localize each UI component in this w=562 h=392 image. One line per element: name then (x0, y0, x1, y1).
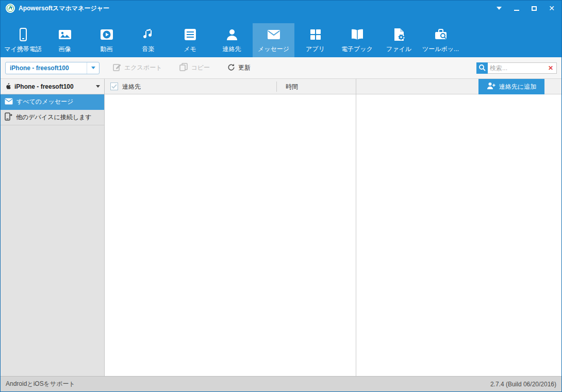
sidebar-device-selector[interactable]: iPhone - freesoft100 (1, 79, 104, 94)
add-to-contacts-button[interactable]: 連絡先に追加 (478, 79, 544, 94)
chevron-down-icon (96, 85, 100, 88)
music-icon (142, 27, 155, 42)
tab-my-phone[interactable]: マイ携帯電話 (2, 23, 44, 57)
tab-notes[interactable]: メモ (169, 23, 211, 57)
tab-images[interactable]: 画像 (44, 23, 86, 57)
column-header-time: 時間 (286, 83, 298, 91)
main-area: 連絡先 時間 連絡先に追加 (105, 79, 561, 376)
detail-header: 連絡先に追加 (356, 79, 561, 94)
sidebar-item-connect-device[interactable]: 他のデバイスに接続します (1, 110, 104, 125)
export-icon (113, 63, 121, 73)
tab-label: ファイル (386, 45, 411, 54)
tab-files[interactable]: ファイル (378, 23, 420, 57)
column-header-contact: 連絡先 (122, 83, 141, 91)
content: iPhone - freesoft100 すべてのメッセージ 他のデバイスに接続… (1, 79, 561, 376)
refresh-label: 更新 (238, 63, 251, 72)
ebook-icon (351, 27, 364, 42)
search-input[interactable] (488, 64, 545, 72)
export-label: エクスポート (124, 63, 162, 72)
tab-messages[interactable]: メッセージ (253, 23, 294, 57)
copy-icon (179, 63, 188, 73)
tab-label: アプリ (306, 45, 325, 54)
message-list-pane: 連絡先 時間 (105, 79, 356, 376)
tab-label: 画像 (59, 45, 71, 54)
app-logo-icon (6, 4, 15, 13)
export-button[interactable]: エクスポート (113, 63, 162, 73)
refresh-icon (227, 63, 235, 73)
sidebar-item-label: すべてのメッセージ (16, 97, 73, 106)
video-icon (100, 27, 113, 42)
tab-label: 電子ブック (341, 45, 373, 54)
tab-music[interactable]: 音楽 (127, 23, 169, 57)
sidebar-device-label: iPhone - freesoft100 (14, 83, 74, 90)
titlebar: Apowersoftスマホマネージャー ✕ (1, 1, 561, 16)
image-icon (58, 27, 72, 42)
copy-button[interactable]: コピー (179, 63, 210, 73)
refresh-button[interactable]: 更新 (227, 63, 251, 73)
statusbar-version-text: 2.7.4 (Build 06/20/2016) (490, 381, 556, 388)
connect-device-icon (5, 112, 12, 122)
phone-icon (16, 27, 30, 42)
sidebar-item-label: 他のデバイスに接続します (16, 113, 92, 122)
select-all-checkbox[interactable] (110, 83, 118, 90)
apple-icon (5, 83, 11, 90)
add-contact-icon (487, 82, 495, 91)
files-icon (392, 27, 406, 42)
sidebar: iPhone - freesoft100 すべてのメッセージ 他のデバイスに接続… (1, 79, 105, 376)
tab-label: 連絡先 (223, 45, 241, 54)
search-icon (478, 64, 486, 73)
clear-search-button[interactable]: ✕ (545, 64, 556, 72)
maximize-icon (532, 6, 537, 11)
tab-label: ツールボッ... (422, 45, 459, 54)
tab-contacts[interactable]: 連絡先 (211, 23, 253, 57)
tab-ebooks[interactable]: 電子ブック (336, 23, 378, 57)
tab-label: 音楽 (142, 45, 155, 54)
search-box: ✕ (476, 62, 557, 74)
notes-icon (184, 27, 197, 42)
chevron-down-icon (87, 62, 99, 74)
minimize-button[interactable] (512, 4, 521, 13)
main-nav: マイ携帯電話 画像 動画 音楽 メモ (1, 16, 561, 57)
tab-apps[interactable]: アプリ (294, 23, 336, 57)
app-window: Apowersoftスマホマネージャー ✕ マイ携帯電話 画像 動画 (0, 0, 562, 392)
tab-label: メモ (184, 45, 196, 54)
message-detail-body (356, 94, 561, 376)
add-contact-label: 連絡先に追加 (499, 83, 536, 91)
column-divider (276, 81, 277, 92)
window-title: Apowersoftスマホマネージャー (19, 4, 109, 13)
toolbar: iPhone - freesoft100 エクスポート コピー 更新 ✕ (1, 57, 561, 79)
sidebar-item-all-messages[interactable]: すべてのメッセージ (1, 94, 104, 110)
messages-icon (5, 98, 13, 106)
close-button[interactable]: ✕ (547, 4, 556, 13)
apps-icon (309, 27, 322, 42)
device-selector-value: iPhone - freesoft100 (6, 64, 87, 72)
message-list-body (105, 94, 356, 376)
list-header: 連絡先 時間 (105, 79, 356, 94)
copy-label: コピー (191, 63, 210, 72)
messages-icon (267, 27, 280, 42)
tab-label: 動画 (101, 45, 113, 54)
tab-label: メッセージ (258, 45, 289, 54)
message-detail-pane: 連絡先に追加 (356, 79, 561, 376)
menu-button[interactable] (494, 4, 504, 13)
tab-videos[interactable]: 動画 (86, 23, 127, 57)
tab-toolbox[interactable]: ツールボッ... (420, 23, 461, 57)
search-button[interactable] (476, 62, 488, 74)
maximize-button[interactable] (530, 4, 539, 13)
tab-label: マイ携帯電話 (4, 45, 42, 54)
window-controls: ✕ (494, 4, 556, 13)
toolbox-icon (434, 27, 448, 42)
statusbar: AndroidとiOSをサポート 2.7.4 (Build 06/20/2016… (1, 376, 561, 391)
device-selector[interactable]: iPhone - freesoft100 (5, 62, 100, 74)
chevron-down-icon (497, 7, 502, 10)
statusbar-support-text: AndroidとiOSをサポート (6, 380, 75, 388)
contacts-icon (225, 27, 239, 42)
minimize-icon (514, 10, 519, 11)
